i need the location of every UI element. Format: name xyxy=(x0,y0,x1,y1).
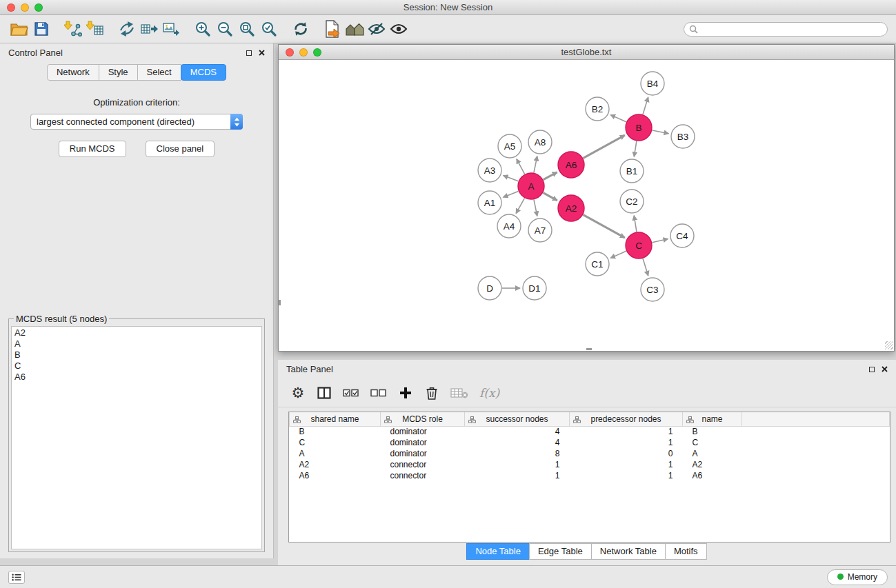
mcds-result-item[interactable]: C xyxy=(12,361,261,372)
table-cell[interactable]: A6 xyxy=(683,470,742,481)
graph-edge-C-C3[interactable] xyxy=(643,258,648,276)
graph-edge-C-C1[interactable] xyxy=(610,251,626,258)
graph-node-A7[interactable]: A7 xyxy=(528,219,552,242)
graph-edge-C-C2[interactable] xyxy=(634,216,637,232)
table-row[interactable]: Bdominator41B xyxy=(290,426,890,437)
table-row[interactable]: A2connector11A2 xyxy=(290,459,890,470)
graph-node-A6[interactable]: A6 xyxy=(558,152,584,178)
table-cell[interactable]: 1 xyxy=(570,470,683,481)
export-table-icon[interactable] xyxy=(138,18,160,40)
tab-edge-table[interactable]: Edge Table xyxy=(529,543,592,560)
table-cell[interactable]: C xyxy=(290,437,381,448)
graph-edge-A-A2[interactable] xyxy=(544,193,557,201)
hide-graphics-icon[interactable] xyxy=(366,18,388,40)
zoom-out-icon[interactable] xyxy=(214,18,236,40)
search-input[interactable] xyxy=(698,24,882,34)
table-cell[interactable]: B xyxy=(683,426,742,437)
delete-column-icon[interactable] xyxy=(424,384,439,402)
table-cell[interactable]: connector xyxy=(381,470,465,481)
show-panels-icon[interactable] xyxy=(8,571,25,584)
table-cell[interactable]: 1 xyxy=(570,459,683,470)
show-graphics-icon[interactable] xyxy=(388,18,410,40)
mcds-result-item[interactable]: A6 xyxy=(12,372,261,383)
float-panel-icon[interactable] xyxy=(246,50,252,56)
column-header-successor-nodes[interactable]: successor nodes xyxy=(465,412,570,426)
column-header-shared-name[interactable]: shared name xyxy=(290,412,381,426)
home-legacy-icon[interactable] xyxy=(344,18,366,40)
tab-node-table[interactable]: Node Table xyxy=(466,543,530,560)
close-window-icon[interactable] xyxy=(7,3,15,12)
window-resize-grip[interactable] xyxy=(885,341,893,349)
table-row[interactable]: Cdominator41C xyxy=(290,437,890,448)
optimization-criterion-select[interactable]: largest connected component (directed) xyxy=(30,114,243,130)
table-cell[interactable]: 1 xyxy=(570,437,683,448)
column-header-name[interactable]: name xyxy=(683,412,742,426)
refresh-layout-icon[interactable] xyxy=(290,18,312,40)
table-cell[interactable]: 4 xyxy=(465,426,570,437)
graph-node-A[interactable]: A xyxy=(518,173,544,199)
graph-node-B4[interactable]: B4 xyxy=(641,72,664,95)
table-cell[interactable]: 4 xyxy=(465,437,570,448)
table-cell[interactable]: dominator xyxy=(381,426,465,437)
graph-node-A3[interactable]: A3 xyxy=(478,159,501,182)
table-cell[interactable]: 0 xyxy=(570,448,683,459)
table-cell[interactable]: A6 xyxy=(290,470,381,481)
table-cell[interactable]: A2 xyxy=(683,459,742,470)
graph-node-A2[interactable]: A2 xyxy=(558,195,584,221)
table-cell[interactable]: B xyxy=(290,426,381,437)
column-header-predecessor-nodes[interactable]: predecessor nodes xyxy=(570,412,683,426)
tab-network[interactable]: Network xyxy=(47,64,99,81)
function-builder-icon[interactable]: f(x) xyxy=(479,384,499,402)
graph-node-B2[interactable]: B2 xyxy=(586,97,609,121)
save-session-icon[interactable] xyxy=(30,18,52,40)
graph-node-C3[interactable]: C3 xyxy=(641,278,664,301)
table-cell[interactable]: A2 xyxy=(290,459,381,470)
graph-edge-A2-C[interactable] xyxy=(584,215,625,238)
table-cell[interactable]: connector xyxy=(381,459,465,470)
graph-edge-B-B1[interactable] xyxy=(634,141,637,157)
zoom-fit-icon[interactable] xyxy=(236,18,258,40)
network-minimize-icon[interactable] xyxy=(299,48,308,57)
tab-network-table[interactable]: Network Table xyxy=(591,543,666,560)
table-float-panel-icon[interactable] xyxy=(869,367,875,372)
graph-node-C[interactable]: C xyxy=(626,232,652,258)
graph-node-A1[interactable]: A1 xyxy=(478,191,501,214)
graph-edge-A-A4[interactable] xyxy=(516,199,524,214)
select-all-icon[interactable] xyxy=(343,384,359,402)
network-canvas[interactable]: AA6A2BCA5A8A3A1A4A7B4B2B3B1C2C4C1C3DD1 xyxy=(279,60,894,350)
tab-select[interactable]: Select xyxy=(137,64,181,81)
graph-node-D1[interactable]: D1 xyxy=(523,276,546,300)
graph-edge-A-A5[interactable] xyxy=(517,159,525,174)
graph-edge-C-C4[interactable] xyxy=(653,239,668,243)
graph-edge-A-A3[interactable] xyxy=(504,176,519,181)
zoom-window-icon[interactable] xyxy=(34,3,43,12)
table-cell[interactable]: C xyxy=(683,437,742,448)
graph-node-C1[interactable]: C1 xyxy=(586,252,609,276)
column-header-mcds-role[interactable]: MCDS role xyxy=(381,412,465,426)
tab-motifs[interactable]: Motifs xyxy=(665,543,707,560)
mcds-result-item[interactable]: A xyxy=(12,338,261,349)
table-cell[interactable]: 1 xyxy=(570,426,683,437)
table-close-panel-icon[interactable] xyxy=(882,366,888,372)
table-row[interactable]: A6connector11A6 xyxy=(290,470,890,481)
graph-edge-B-B4[interactable] xyxy=(643,97,648,114)
table-cell[interactable]: dominator xyxy=(381,448,465,459)
tab-style[interactable]: Style xyxy=(99,64,138,81)
unselect-all-icon[interactable] xyxy=(370,384,387,402)
graph-node-D[interactable]: D xyxy=(478,276,501,300)
graph-edge-A-A7[interactable] xyxy=(534,200,537,216)
graph-node-A5[interactable]: A5 xyxy=(498,134,521,158)
export-image-icon[interactable] xyxy=(160,18,182,40)
column-layout-icon[interactable] xyxy=(317,384,332,402)
search-box[interactable] xyxy=(684,22,888,37)
import-table-icon[interactable] xyxy=(84,18,106,40)
table-cell[interactable]: dominator xyxy=(381,437,465,448)
minimize-window-icon[interactable] xyxy=(21,3,29,12)
table-cell[interactable]: A xyxy=(683,448,742,459)
tab-mcds[interactable]: MCDS xyxy=(181,64,226,81)
add-column-icon[interactable] xyxy=(398,384,413,402)
mcds-result-item[interactable]: A2 xyxy=(12,327,261,338)
graph-edge-A-A8[interactable] xyxy=(534,156,537,173)
table-cell[interactable]: 1 xyxy=(465,470,570,481)
network-close-icon[interactable] xyxy=(286,48,294,57)
